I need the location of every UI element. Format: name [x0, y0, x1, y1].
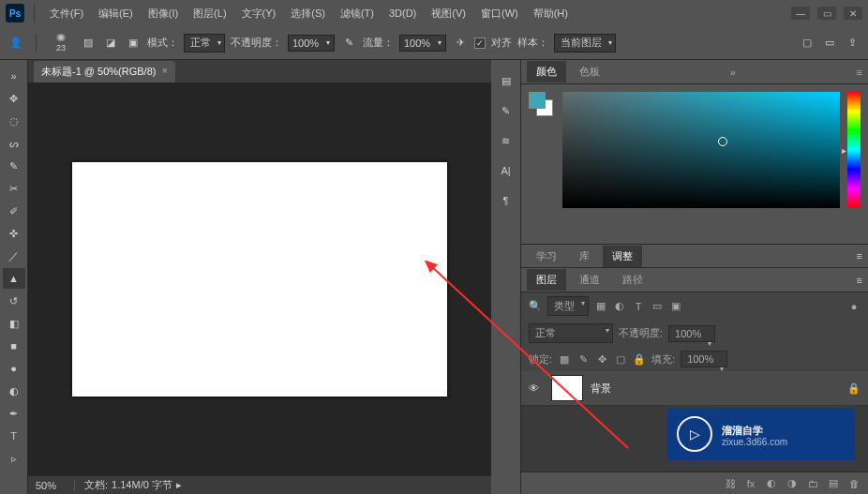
brush-settings-panel-icon[interactable]: ≋	[495, 129, 517, 152]
menu-file[interactable]: 文件(F)	[44, 3, 89, 24]
collapse-icon[interactable]: »	[730, 67, 736, 78]
document-tab[interactable]: 未标题-1 @ 50%(RGB/8) ×	[34, 61, 175, 82]
filter-type-icon[interactable]: T	[632, 300, 645, 313]
layer-opacity-input[interactable]: 100%	[668, 325, 715, 342]
menu-type[interactable]: 文字(Y)	[236, 3, 282, 24]
lock-artboard-icon[interactable]: ▢	[614, 352, 627, 366]
menu-window[interactable]: 窗口(W)	[475, 3, 524, 24]
character-panel-icon[interactable]: A|	[495, 159, 517, 182]
group-icon[interactable]: 🗀	[806, 477, 819, 490]
lock-all-icon[interactable]: 🔒	[633, 352, 646, 366]
healing-tool[interactable]: ✜	[3, 223, 25, 244]
panel-menu-icon[interactable]: ≡	[857, 275, 862, 286]
menu-3d[interactable]: 3D(D)	[383, 4, 422, 22]
menu-select[interactable]: 选择(S)	[285, 3, 331, 24]
stamp-tool[interactable]: ▲	[3, 268, 25, 289]
lasso-tool[interactable]: ᔕ	[3, 133, 25, 154]
tab-channels[interactable]: 通道	[570, 269, 609, 291]
tab-swatches[interactable]: 色板	[570, 61, 609, 82]
opacity-input[interactable]: 100%	[288, 35, 335, 52]
brush-tool[interactable]: ／	[3, 246, 25, 266]
blur-tool[interactable]: ●	[3, 358, 25, 379]
canvas[interactable]	[72, 162, 447, 397]
menu-filter[interactable]: 滤镜(T)	[335, 3, 380, 24]
tool-preset-icon[interactable]: 👤	[7, 35, 24, 52]
visibility-icon[interactable]: 👁	[529, 382, 544, 394]
marquee-tool[interactable]: ◌	[3, 111, 25, 131]
fx-icon[interactable]: fx	[744, 477, 757, 490]
filter-smart-icon[interactable]: ▣	[669, 300, 682, 313]
tab-paths[interactable]: 路径	[613, 269, 652, 291]
eraser-tool[interactable]: ◧	[3, 313, 25, 334]
close-tab-icon[interactable]: ×	[161, 65, 167, 79]
maximize-button[interactable]: ▭	[817, 7, 836, 20]
tablet-icon[interactable]: ▣	[125, 35, 142, 52]
minimize-button[interactable]: —	[791, 7, 810, 20]
search-icon[interactable]: 🔍	[529, 300, 542, 313]
color-field[interactable]	[562, 92, 840, 208]
layer-name[interactable]: 背景	[591, 382, 840, 396]
link-layers-icon[interactable]: ⛓	[724, 477, 737, 490]
filter-shape-icon[interactable]: ▭	[651, 300, 664, 313]
filter-toggle-icon[interactable]: ●	[847, 300, 861, 313]
new-layer-icon[interactable]: ▤	[827, 477, 840, 490]
blend-mode-layer-dropdown[interactable]: 正常	[529, 323, 613, 343]
history-panel-icon[interactable]: ▤	[495, 69, 517, 92]
quickmask-icon[interactable]: ▢	[799, 35, 816, 52]
align-checkbox[interactable]	[474, 37, 486, 49]
eyedropper-tool[interactable]: ✐	[3, 201, 25, 221]
gradient-tool[interactable]: ■	[3, 336, 25, 356]
fg-bg-swatch[interactable]	[529, 92, 555, 236]
brush-preset-picker[interactable]: 23	[48, 30, 74, 56]
screenmode-icon[interactable]: ▭	[821, 35, 838, 52]
paragraph-panel-icon[interactable]: ¶	[495, 189, 517, 212]
foreground-color[interactable]	[529, 92, 546, 109]
menu-image[interactable]: 图像(I)	[142, 3, 184, 24]
close-button[interactable]: ✕	[844, 7, 862, 20]
menu-edit[interactable]: 编辑(E)	[93, 3, 139, 24]
path-tool[interactable]: ▹	[3, 448, 25, 469]
sample-dropdown[interactable]: 当前图层	[554, 34, 616, 52]
expand-tools-icon[interactable]: »	[3, 66, 25, 86]
opacity-pressure-icon[interactable]: ✎	[340, 35, 357, 52]
canvas-viewport[interactable]	[28, 82, 491, 475]
tab-color[interactable]: 颜色	[527, 61, 566, 82]
lock-transparent-icon[interactable]: ▩	[558, 352, 571, 366]
trash-icon[interactable]: 🗑	[847, 477, 861, 490]
dodge-tool[interactable]: ◐	[3, 381, 25, 401]
fill-input[interactable]: 100%	[681, 351, 727, 367]
crop-tool[interactable]: ✂	[3, 178, 25, 199]
menu-view[interactable]: 视图(V)	[426, 3, 471, 24]
lock-paint-icon[interactable]: ✎	[576, 352, 590, 366]
quickselect-tool[interactable]: ✎	[3, 156, 25, 176]
blend-mode-dropdown[interactable]: 正常	[184, 34, 225, 52]
type-tool[interactable]: T	[3, 426, 25, 446]
brushes-panel-icon[interactable]: ✎	[495, 99, 517, 122]
zoom-level[interactable]: 50%	[28, 480, 75, 491]
pressure-opacity-icon[interactable]: ◪	[102, 35, 119, 52]
mask-icon[interactable]: ◐	[765, 477, 778, 490]
tab-layers[interactable]: 图层	[527, 269, 566, 291]
adjustment-icon[interactable]: ◑	[786, 477, 799, 490]
menu-layer[interactable]: 图层(L)	[187, 3, 232, 24]
flow-input[interactable]: 100%	[399, 35, 446, 52]
filter-type-dropdown[interactable]: 类型	[547, 296, 589, 316]
tab-learn[interactable]: 学习	[527, 246, 566, 267]
filter-adjust-icon[interactable]: ◐	[613, 300, 626, 313]
chevron-right-icon[interactable]: ▸	[176, 479, 182, 491]
color-picker-cursor[interactable]	[718, 137, 727, 146]
filter-pixel-icon[interactable]: ▦	[594, 300, 607, 313]
pen-tool[interactable]: ✒	[3, 403, 25, 424]
history-tool[interactable]: ↺	[3, 291, 25, 311]
panel-menu-icon[interactable]: ≡	[857, 250, 862, 262]
layer-row[interactable]: 👁 背景 🔒	[521, 371, 868, 406]
airbrush-icon[interactable]: ✈	[452, 35, 469, 52]
tab-adjustments[interactable]: 调整	[603, 246, 642, 267]
tab-libraries[interactable]: 库	[570, 246, 599, 267]
panel-menu-icon[interactable]: ≡	[857, 67, 862, 78]
brush-settings-icon[interactable]: ▨	[80, 35, 97, 52]
move-tool[interactable]: ✥	[3, 88, 25, 109]
share-icon[interactable]: ⇪	[844, 35, 861, 52]
hue-slider[interactable]: ▸	[847, 92, 861, 208]
layer-thumbnail[interactable]	[551, 375, 583, 401]
